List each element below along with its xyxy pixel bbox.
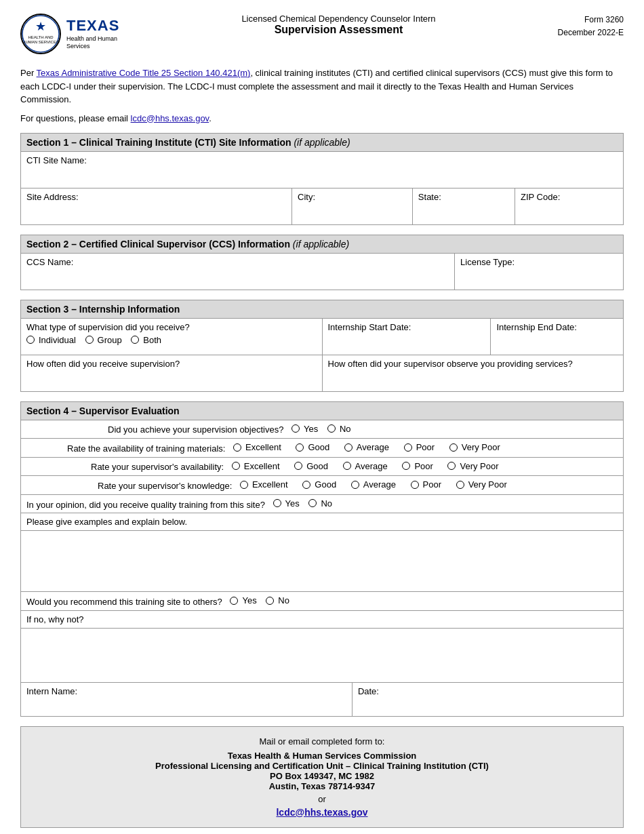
license-type-cell: License Type:	[455, 253, 624, 290]
start-date-cell: Internship Start Date:	[322, 318, 491, 355]
kn-excellent[interactable]: Excellent	[240, 479, 288, 490]
ifno-textarea-cell[interactable]	[21, 628, 624, 682]
org4: Austin, Texas 78714-9347	[35, 781, 609, 791]
av-verypoor[interactable]: Very Poor	[447, 461, 498, 471]
header: ★ HEALTH AND HUMAN SERVICES TEXAS Health…	[20, 14, 624, 54]
recommend-no[interactable]: No	[266, 595, 289, 605]
availability-row: Rate your supervisor's availability: Exc…	[21, 457, 624, 476]
address-row: Site Address: City: State: ZIP Code:	[21, 188, 624, 224]
supervision-type-options: Individual Group Both	[26, 335, 317, 346]
quality-no[interactable]: No	[308, 498, 332, 509]
ifno-textarea-row	[21, 628, 624, 682]
rc-av-excellent	[232, 462, 240, 470]
date-cell: Date:	[352, 683, 623, 716]
frequency-value[interactable]	[26, 369, 317, 388]
recommend-yes[interactable]: Yes	[230, 595, 256, 605]
rc-av-good	[294, 462, 302, 470]
rc-quality-no	[308, 499, 317, 507]
city-label: City:	[298, 192, 315, 202]
svg-text:HUMAN SERVICES: HUMAN SERVICES	[22, 40, 59, 44]
or-text: or	[35, 794, 609, 804]
license-type-label: License Type:	[460, 257, 515, 267]
cti-site-name-row: CTI Site Name:	[21, 151, 624, 188]
org2: Professional Licensing and Certification…	[35, 761, 609, 771]
kn-poor[interactable]: Poor	[411, 479, 441, 490]
intern-date-inner-table: Intern Name: Date:	[21, 683, 623, 716]
examples-textarea-cell[interactable]	[21, 531, 624, 592]
knowledge-label: Rate your supervisor's knowledge:	[98, 481, 232, 491]
ifno-label-row: If no, why not?	[21, 610, 624, 628]
tm-verypoor[interactable]: Very Poor	[449, 442, 500, 452]
av-poor[interactable]: Poor	[402, 461, 432, 471]
objectives-no[interactable]: No	[327, 424, 351, 434]
examples-textarea-row	[21, 531, 624, 592]
supervision-type-cell: What type of supervision did you receive…	[21, 318, 323, 355]
kn-average[interactable]: Average	[351, 479, 396, 490]
zip-cell: ZIP Code:	[515, 188, 623, 224]
tm-poor[interactable]: Poor	[404, 442, 435, 452]
form-date: December 2022-E	[558, 26, 624, 39]
logo-text: TEXAS Health and HumanServices	[66, 17, 119, 51]
logo-seal-icon: ★ HEALTH AND HUMAN SERVICES	[22, 15, 60, 53]
rc-kn-average	[351, 481, 359, 489]
start-date-value[interactable]	[328, 332, 485, 351]
footer-email-link[interactable]: lcdc@hhs.texas.gov	[276, 807, 367, 818]
av-average[interactable]: Average	[343, 461, 388, 471]
org1: Texas Health & Human Services Commission	[35, 751, 609, 761]
observe-value[interactable]	[328, 369, 618, 388]
intern-name-label: Intern Name:	[26, 686, 77, 696]
ifno-label-cell: If no, why not?	[21, 610, 624, 628]
date-value[interactable]	[358, 696, 618, 713]
contact-line: For questions, please email lcdc@hhs.tex…	[20, 113, 624, 123]
quality-label: In your opinion, did you receive quality…	[26, 499, 265, 509]
contact-email-link[interactable]: lcdc@hhs.texas.gov	[131, 113, 209, 123]
quality-yes[interactable]: Yes	[273, 498, 300, 509]
rc-tm-good	[296, 443, 304, 452]
intro-paragraph: Per Texas Administrative Code Title 25 S…	[20, 66, 624, 106]
recommend-label: Would you recommend this training site t…	[26, 597, 222, 607]
ccs-name-value[interactable]	[26, 267, 449, 286]
kn-good[interactable]: Good	[302, 479, 336, 490]
zip-value[interactable]	[521, 202, 618, 221]
supervision-type-row: What type of supervision did you receive…	[21, 318, 624, 355]
city-value[interactable]	[298, 202, 407, 221]
end-date-label: Internship End Date:	[496, 322, 577, 332]
law-link[interactable]: Texas Administrative Code Title 25 Secti…	[37, 68, 251, 78]
tm-good[interactable]: Good	[296, 442, 329, 452]
intern-name-value[interactable]	[26, 696, 346, 713]
radio-group[interactable]: Group	[85, 335, 122, 345]
rc-quality-yes	[273, 499, 281, 507]
rc-kn-poor	[411, 481, 419, 489]
start-date-label: Internship Start Date:	[328, 322, 411, 332]
state-value[interactable]	[418, 202, 509, 221]
intern-date-cell: Intern Name: Date:	[21, 682, 624, 716]
supervision-type-label: What type of supervision did you receive…	[26, 322, 317, 332]
objectives-yes[interactable]: Yes	[291, 424, 318, 434]
recommend-row: Would you recommend this training site t…	[21, 592, 624, 611]
examples-label: Please give examples and explain below.	[26, 517, 187, 527]
radio-both[interactable]: Both	[131, 335, 161, 345]
end-date-value[interactable]	[496, 332, 618, 351]
date-label: Date:	[358, 686, 379, 696]
section4-header: Section 4 – Supervisor Evaluation	[20, 401, 624, 420]
av-excellent[interactable]: Excellent	[232, 461, 280, 471]
license-type-value[interactable]	[460, 267, 618, 286]
footer-box: Mail or email completed form to: Texas H…	[20, 726, 624, 828]
section1-table: CTI Site Name: Site Address: City: State…	[20, 151, 624, 225]
svg-text:HEALTH AND: HEALTH AND	[28, 35, 54, 39]
tm-average[interactable]: Average	[344, 442, 389, 452]
site-address-value[interactable]	[26, 202, 286, 221]
kn-verypoor[interactable]: Very Poor	[456, 479, 507, 490]
av-good[interactable]: Good	[294, 461, 328, 471]
form-subtitle: Licensed Chemical Dependency Counselor I…	[133, 14, 544, 24]
logo-hhs-text: Health and HumanServices	[66, 35, 119, 51]
logo-circle: ★ HEALTH AND HUMAN SERVICES	[20, 14, 61, 54]
section2-table: CCS Name: License Type:	[20, 253, 624, 290]
radio-circle-obj-yes	[291, 424, 300, 433]
tm-excellent[interactable]: Excellent	[233, 442, 281, 452]
radio-individual[interactable]: Individual	[26, 335, 76, 345]
training-materials-label: Rate the availability of training materi…	[67, 443, 225, 454]
quality-row: In your opinion, did you receive quality…	[21, 494, 624, 513]
intern-date-row: Intern Name: Date:	[21, 682, 624, 716]
cti-site-name-value[interactable]	[26, 165, 618, 184]
